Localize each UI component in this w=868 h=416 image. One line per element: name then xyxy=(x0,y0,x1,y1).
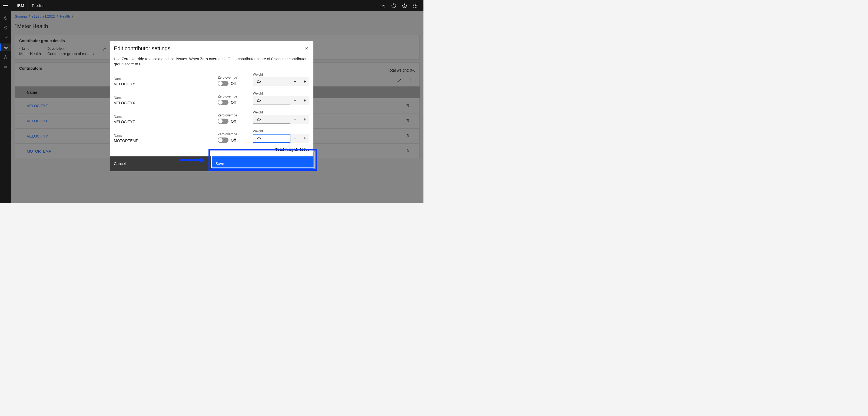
weight-input[interactable] xyxy=(253,96,290,105)
zero-override-label: Zero override xyxy=(218,132,253,136)
svg-point-8 xyxy=(413,5,414,6)
name-label: Name xyxy=(114,134,218,138)
cancel-button[interactable]: Cancel xyxy=(110,157,212,171)
increment-button[interactable]: + xyxy=(300,96,309,105)
help-icon[interactable] xyxy=(388,0,399,11)
rail-item-4[interactable] xyxy=(0,43,11,51)
svg-point-4 xyxy=(404,4,405,6)
zero-override-label: Zero override xyxy=(218,76,253,79)
app-switcher-icon[interactable] xyxy=(410,0,421,11)
top-header: IBM Predict xyxy=(0,0,424,11)
contributor-name: VELOCITYX xyxy=(114,101,218,105)
modal-description: Use Zero override to escalate critical i… xyxy=(114,57,310,67)
svg-point-19 xyxy=(4,58,5,59)
decrement-button[interactable]: − xyxy=(290,77,300,86)
decrement-button[interactable]: − xyxy=(290,96,300,105)
zero-override-label: Zero override xyxy=(218,113,253,117)
contributor-name: VELOCITYY xyxy=(114,82,218,86)
svg-point-15 xyxy=(5,27,6,28)
svg-point-0 xyxy=(382,5,384,6)
svg-point-6 xyxy=(415,4,415,4)
contributor-name: MOTORTEMP xyxy=(114,139,218,143)
weight-label: Weight xyxy=(253,73,310,76)
save-button[interactable]: Save xyxy=(212,157,313,171)
rail-item-6[interactable] xyxy=(0,63,11,70)
svg-point-12 xyxy=(415,7,415,7)
svg-point-9 xyxy=(415,5,415,6)
svg-point-11 xyxy=(413,7,414,7)
modal-footer: Cancel Save xyxy=(110,157,313,171)
weight-input[interactable] xyxy=(253,115,290,124)
zero-override-label: Zero override xyxy=(218,95,253,98)
increment-button[interactable]: + xyxy=(300,115,309,124)
name-label: Name xyxy=(114,77,218,81)
contributor-setting-row: NameMOTORTEMPZero overrideOffWeight−+ xyxy=(114,127,310,146)
zero-override-state: Off xyxy=(231,81,236,85)
contributor-name: VELOCITYZ xyxy=(114,120,218,124)
increment-button[interactable]: + xyxy=(300,134,309,143)
edit-contributor-settings-modal: Edit contributor settings Use Zero overr… xyxy=(110,41,313,171)
increment-button[interactable]: + xyxy=(300,77,309,86)
modal-total-weight: Total weight: 100% xyxy=(114,146,310,154)
brand-ibm: IBM xyxy=(13,0,28,11)
menu-icon[interactable] xyxy=(3,3,8,8)
zero-override-state: Off xyxy=(231,100,236,105)
settings-icon[interactable] xyxy=(377,0,388,11)
svg-point-16 xyxy=(5,46,7,49)
modal-title: Edit contributor settings xyxy=(114,45,170,51)
svg-point-18 xyxy=(5,56,6,56)
name-label: Name xyxy=(114,96,218,100)
svg-point-13 xyxy=(417,7,417,7)
zero-override-toggle[interactable] xyxy=(218,100,228,105)
brand-app: Predict xyxy=(28,3,48,8)
weight-input[interactable] xyxy=(253,134,290,143)
zero-override-toggle[interactable] xyxy=(218,118,228,124)
close-icon[interactable] xyxy=(304,45,310,52)
rail-item-5[interactable] xyxy=(0,53,11,61)
svg-point-21 xyxy=(6,66,7,67)
contributor-setting-row: NameVELOCITYZZero overrideOffWeight−+ xyxy=(114,108,310,127)
rail-item-3[interactable] xyxy=(0,34,11,41)
zero-override-state: Off xyxy=(231,119,236,124)
decrement-button[interactable]: − xyxy=(290,134,300,143)
weight-input[interactable] xyxy=(253,77,290,86)
name-label: Name xyxy=(114,115,218,118)
svg-point-10 xyxy=(417,5,417,6)
rail-item-1[interactable] xyxy=(0,14,11,22)
svg-point-5 xyxy=(413,4,414,4)
contributor-setting-row: NameVELOCITYYZero overrideOffWeight−+ xyxy=(114,70,310,89)
weight-label: Weight xyxy=(253,92,310,95)
svg-point-20 xyxy=(6,58,7,59)
contributor-setting-row: NameVELOCITYXZero overrideOffWeight−+ xyxy=(114,89,310,108)
user-icon[interactable] xyxy=(399,0,410,11)
svg-point-2 xyxy=(394,6,394,7)
rail-item-2[interactable] xyxy=(0,24,11,32)
weight-label: Weight xyxy=(253,110,310,114)
left-nav-rail xyxy=(0,11,11,203)
svg-point-17 xyxy=(5,47,6,48)
zero-override-toggle[interactable] xyxy=(218,81,228,86)
decrement-button[interactable]: − xyxy=(290,115,300,124)
zero-override-state: Off xyxy=(231,138,236,142)
svg-point-7 xyxy=(417,4,417,4)
zero-override-toggle[interactable] xyxy=(218,138,228,143)
weight-label: Weight xyxy=(253,129,310,133)
